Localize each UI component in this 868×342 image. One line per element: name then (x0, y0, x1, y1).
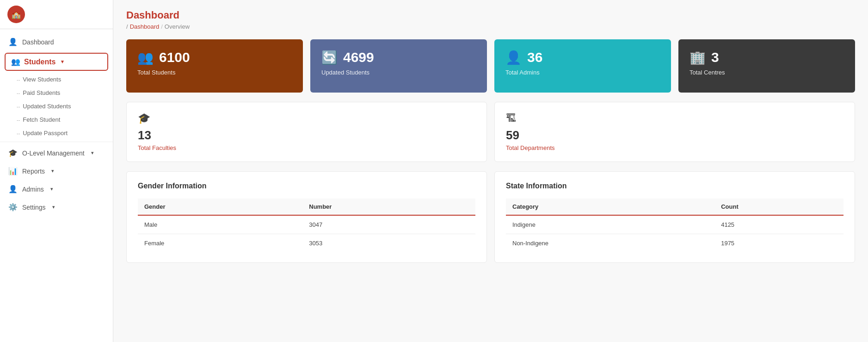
departments-label: Total Departments (506, 144, 843, 151)
sub-item-label: Fetch Student (23, 116, 60, 123)
departments-icon: 🏗 (506, 112, 843, 124)
state-indigene-count: 4125 (714, 215, 843, 234)
gender-male-count: 3047 (302, 215, 475, 234)
sidebar-nav: 👤 Dashboard 👥 Students ▾ -- View Student… (0, 29, 113, 220)
info-card-departments: 🏗 59 Total Departments (494, 102, 855, 162)
stat-card-total-students: 👥 6100 Total Students (126, 39, 303, 93)
sidebar-sub-update-passport[interactable]: -- Update Passport (0, 126, 113, 140)
sidebar-item-settings[interactable]: ⚙️ Settings ▾ (0, 198, 113, 216)
stat-card-total-admins: 👤 36 Total Admins (494, 39, 671, 93)
students-icon: 👥 (11, 57, 20, 66)
gender-table: Gender Number Male 3047 Female 3053 (138, 199, 475, 252)
total-centres-icon: 🏢 (689, 50, 706, 65)
reports-chevron-icon: ▾ (51, 168, 54, 174)
updated-students-number: 4699 (343, 50, 374, 65)
admins-chevron-icon: ▾ (50, 186, 53, 192)
sidebar-sub-view-students[interactable]: -- View Students (0, 73, 113, 86)
breadcrumb-sep2: / (161, 23, 163, 30)
updated-students-icon: 🔄 (321, 50, 338, 65)
table-row: Non-Indigene 1975 (506, 234, 843, 253)
sidebar-sub-paid-students[interactable]: -- Paid Students (0, 86, 113, 99)
total-admins-label: Total Admins (505, 69, 660, 76)
settings-chevron-icon: ▾ (52, 204, 55, 210)
table-row: Male 3047 (138, 215, 475, 234)
breadcrumb-dashboard[interactable]: Dashboard (130, 23, 160, 30)
sidebar-item-admins[interactable]: 👤 Admins ▾ (0, 180, 113, 198)
total-students-label: Total Students (137, 69, 292, 76)
gender-female: Female (138, 234, 302, 253)
sidebar-item-label: Reports (22, 168, 45, 175)
info-grid: 🎓 13 Total Faculties 🏗 59 Total Departme… (126, 102, 855, 162)
total-admins-icon: 👤 (505, 50, 522, 65)
breadcrumb-sep: / (126, 23, 128, 30)
updated-students-label: Updated Students (321, 69, 476, 76)
stat-card-updated-students: 🔄 4699 Updated Students (310, 39, 487, 93)
sidebar-logo: 🏫 (0, 0, 113, 29)
admins-icon: 👤 (8, 185, 18, 193)
count-col-header: Count (714, 199, 843, 215)
stats-grid: 👥 6100 Total Students 🔄 4699 Updated Stu… (126, 39, 855, 93)
reports-icon: 📊 (8, 167, 18, 175)
gender-section-card: Gender Information Gender Number Male 30… (126, 171, 487, 263)
olevel-icon: 🎓 (8, 149, 18, 157)
logo-icon: 🏫 (7, 6, 25, 23)
state-section-card: State Information Category Count Indigen… (494, 171, 855, 263)
sidebar-item-students[interactable]: 👥 Students ▾ (5, 53, 108, 71)
sidebar-item-label: O-Level Management (22, 149, 85, 157)
stat-card-total-centres: 🏢 3 Total Centres (678, 39, 855, 93)
faculties-number: 13 (138, 128, 475, 143)
breadcrumb: / Dashboard / Overview (126, 23, 855, 30)
students-chevron-icon: ▾ (61, 59, 64, 65)
total-centres-number: 3 (711, 50, 719, 65)
category-col-header: Category (506, 199, 714, 215)
sidebar-item-olevel[interactable]: 🎓 O-Level Management ▾ (0, 144, 113, 162)
page-title: Dashboard (126, 9, 855, 21)
faculties-icon: 🎓 (138, 112, 475, 124)
sidebar-item-dashboard[interactable]: 👤 Dashboard (0, 33, 113, 51)
sidebar-item-label: Dashboard (22, 38, 54, 46)
table-row: Female 3053 (138, 234, 475, 253)
sub-item-label: Updated Students (23, 103, 71, 110)
state-indigene: Indigene (506, 215, 714, 234)
sidebar-students-label: Students (24, 58, 55, 66)
state-non-indigene-count: 1975 (714, 234, 843, 253)
sub-item-label: Paid Students (23, 89, 60, 96)
total-students-number: 6100 (159, 50, 190, 65)
state-section-title: State Information (506, 182, 843, 190)
sidebar-item-reports[interactable]: 📊 Reports ▾ (0, 162, 113, 180)
sidebar-item-label: Settings (22, 204, 46, 211)
gender-col-header: Gender (138, 199, 302, 215)
olevel-chevron-icon: ▾ (91, 150, 94, 156)
info-card-faculties: 🎓 13 Total Faculties (126, 102, 487, 162)
sub-item-label: View Students (23, 76, 61, 83)
total-admins-number: 36 (527, 50, 542, 65)
gender-section-title: Gender Information (138, 182, 475, 190)
settings-icon: ⚙️ (8, 203, 18, 211)
state-non-indigene: Non-Indigene (506, 234, 714, 253)
gender-female-count: 3053 (302, 234, 475, 253)
sidebar-item-label: Admins (22, 186, 44, 193)
total-students-icon: 👥 (137, 50, 154, 65)
sub-item-label: Update Passport (23, 130, 68, 137)
dashboard-icon: 👤 (8, 37, 18, 46)
gender-male: Male (138, 215, 302, 234)
sidebar: 🏫 👤 Dashboard 👥 Students ▾ -- View Stude… (0, 0, 113, 342)
table-row: Indigene 4125 (506, 215, 843, 234)
total-centres-label: Total Centres (689, 69, 844, 76)
main-content: Dashboard / Dashboard / Overview 👥 6100 … (113, 0, 868, 342)
number-col-header: Number (302, 199, 475, 215)
state-table: Category Count Indigene 4125 Non-Indigen… (506, 199, 843, 252)
departments-number: 59 (506, 128, 843, 143)
section-grid: Gender Information Gender Number Male 30… (126, 171, 855, 263)
sidebar-sub-fetch-student[interactable]: -- Fetch Student (0, 113, 113, 126)
breadcrumb-overview: Overview (165, 23, 190, 30)
sidebar-sub-updated-students[interactable]: -- Updated Students (0, 99, 113, 113)
faculties-label: Total Faculties (138, 144, 475, 151)
